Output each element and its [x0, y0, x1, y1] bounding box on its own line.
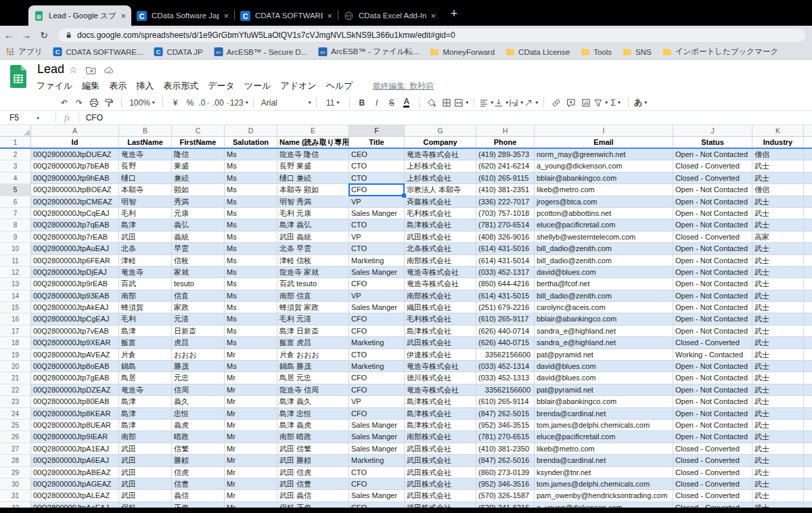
cell-D21[interactable]: Mr	[225, 372, 277, 384]
cell-B22[interactable]: 竜造寺	[119, 384, 172, 396]
cell-G2[interactable]: 竜造寺株式会社	[405, 149, 476, 160]
cell-E2[interactable]: 龍造寺 隆信	[277, 149, 349, 160]
cell-C28[interactable]: 勝頼	[172, 455, 225, 466]
cell-F3[interactable]: CTO	[349, 160, 405, 172]
cell-A10[interactable]: 00Q2800000JtpAuEAJ	[31, 243, 119, 254]
column-header-E[interactable]: E	[277, 125, 349, 137]
tab-close-button[interactable]: ×	[327, 11, 332, 21]
cell-I22[interactable]: pat@pyramid.net	[535, 384, 673, 396]
cell-J29[interactable]: Closed - Converted	[673, 467, 752, 478]
cell-H20[interactable]: (033) 452-1314	[476, 361, 535, 372]
row-header-16[interactable]: 16	[0, 313, 31, 325]
cell-H16[interactable]: (610) 265-9117	[476, 313, 535, 325]
cell-J4[interactable]: Closed - Converted	[673, 173, 752, 184]
cell-D31[interactable]: Mr	[225, 490, 277, 501]
cell-H31[interactable]: (570) 326-1587	[476, 490, 535, 501]
tab-close-button[interactable]: ×	[430, 11, 436, 21]
cell-G4[interactable]: 上杉株式会社	[405, 173, 476, 184]
cell-G22[interactable]: 竜造寺株式会社	[405, 384, 476, 396]
column-header-H[interactable]: H	[476, 125, 535, 137]
horizontal-align-button[interactable]: ▾	[479, 96, 494, 110]
row-header-20[interactable]: 20	[0, 361, 31, 372]
row-header-24[interactable]: 24	[0, 408, 31, 420]
cell-B14[interactable]: 南部	[119, 290, 172, 302]
cell-E1[interactable]: Name (読み取り専用)	[277, 137, 349, 148]
insert-comment-button[interactable]	[564, 96, 579, 110]
cell-C21[interactable]: 元忠	[172, 372, 225, 384]
cell-A20[interactable]: 00Q2800000Jtp8oEAB	[31, 361, 119, 372]
row-header-29[interactable]: 29	[0, 467, 31, 478]
fill-color-button[interactable]	[424, 96, 439, 110]
row-header-19[interactable]: 19	[0, 349, 31, 361]
cell-D26[interactable]: Mr	[225, 431, 277, 443]
cell-C17[interactable]: 日新斎	[172, 326, 225, 337]
increase-decimal-button[interactable]: .00→	[212, 96, 230, 110]
cell-C29[interactable]: 信虎	[172, 467, 225, 478]
cell-I30[interactable]: tom.james@delphi.chemicals.com	[535, 478, 673, 490]
cell-H17[interactable]: (626) 440-0714	[476, 326, 535, 337]
bookmark-item[interactable]: MoneyForward	[430, 47, 495, 56]
cell-E22[interactable]: 龍造寺 信周	[277, 384, 349, 396]
cell-K4[interactable]: 武士	[752, 173, 804, 184]
cell-D29[interactable]: Mr	[225, 467, 277, 478]
cell-H26[interactable]: (781) 270-6515	[476, 431, 535, 443]
cell-A2[interactable]: 00Q2800000JtpDUEAZ	[31, 149, 119, 160]
bookmark-item[interactable]: CData LIcense	[505, 47, 570, 56]
row-header-13[interactable]: 13	[0, 278, 31, 290]
font-size-select[interactable]: 11▾	[321, 96, 344, 110]
formula-input[interactable]: CFO	[79, 113, 103, 122]
cell-I7[interactable]: pcotton@abbottins.net	[535, 208, 673, 219]
cell-B12[interactable]: 竜造寺	[119, 267, 172, 278]
cell-G10[interactable]: 北条株式会社	[405, 243, 476, 254]
cell-E4[interactable]: 樋口 兼続	[277, 173, 349, 184]
menu-item[interactable]: ツール	[240, 79, 276, 93]
cell-H6[interactable]: (336) 222-7017	[476, 196, 535, 208]
bookmark-item[interactable]: Tools	[581, 47, 612, 56]
cell-J5[interactable]: Open - Not Contacted	[673, 184, 752, 196]
cell-F25[interactable]: Sales Manger	[349, 420, 405, 431]
row-header-6[interactable]: 6	[0, 196, 31, 208]
cell-K3[interactable]: 武士	[752, 160, 804, 172]
cell-K10[interactable]: 武士	[752, 243, 804, 254]
input-method-button[interactable]: あ▾	[633, 96, 648, 110]
text-color-button[interactable]: A	[399, 96, 414, 110]
star-icon[interactable]: ☆	[69, 64, 78, 75]
cell-D3[interactable]: Ms	[225, 160, 277, 172]
cell-E27[interactable]: 武田 信繁	[277, 443, 349, 455]
cell-F16[interactable]: CFO	[349, 313, 405, 325]
forward-button[interactable]: →	[18, 30, 35, 41]
cell-D15[interactable]: Ms	[225, 302, 277, 313]
cell-K18[interactable]: 武士	[752, 337, 804, 349]
cell-J10[interactable]: Open - Not Contacted	[673, 243, 752, 254]
row-header-11[interactable]: 11	[0, 255, 31, 267]
cell-D10[interactable]: Ms	[225, 243, 277, 254]
cell-K14[interactable]: 武士	[752, 290, 804, 302]
cell-B25[interactable]: 島津	[119, 420, 172, 431]
cell-D30[interactable]: Mr	[225, 478, 277, 490]
cell-A5[interactable]: 00Q2800000JtpBOEAZ	[31, 184, 119, 196]
row-header-12[interactable]: 12	[0, 267, 31, 278]
cell-A3[interactable]: 00Q2800000Jtp7bEAB	[31, 160, 119, 172]
cell-G23[interactable]: 島津株式会社	[405, 396, 476, 407]
cell-I20[interactable]: david@blues.com	[535, 361, 673, 372]
cell-E19[interactable]: 片倉 おおお	[277, 349, 349, 361]
cell-I28[interactable]: brenda@cardinal.net	[535, 455, 673, 466]
cell-F9[interactable]: VP	[349, 231, 405, 243]
column-header-B[interactable]: B	[119, 125, 172, 137]
menu-item[interactable]: データ	[203, 79, 240, 93]
cell-D11[interactable]: Ms	[225, 255, 277, 267]
cell-I10[interactable]: bill_dadio@zenith.com	[535, 243, 673, 254]
cell-J8[interactable]: Open - Not Contacted	[673, 219, 752, 231]
row-header-22[interactable]: 22	[0, 384, 31, 396]
cell-D18[interactable]: Ms	[225, 337, 277, 349]
cell-D17[interactable]: Ms	[225, 326, 277, 337]
cell-E10[interactable]: 北条 早雲	[277, 243, 349, 254]
cell-C18[interactable]: 虎昌	[172, 337, 225, 349]
cell-K1[interactable]: Industry	[752, 137, 804, 148]
cell-B15[interactable]: 蜂須賀	[119, 302, 172, 313]
cell-C5[interactable]: 顕如	[172, 184, 225, 196]
tab-close-button[interactable]: ×	[223, 11, 229, 21]
bookmark-item[interactable]: SNS	[623, 47, 652, 56]
cell-D13[interactable]: Ms	[225, 278, 277, 290]
row-header-26[interactable]: 26	[0, 431, 31, 443]
